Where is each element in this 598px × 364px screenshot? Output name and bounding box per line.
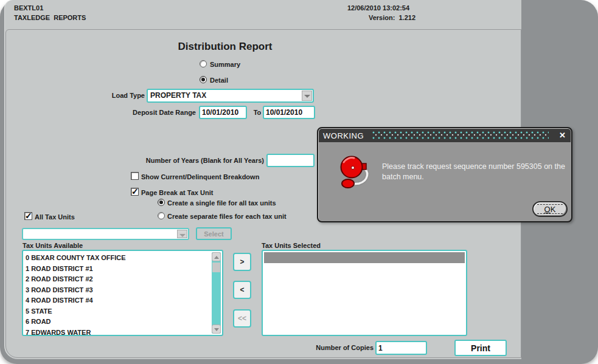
- move-right-button[interactable]: >: [233, 253, 251, 271]
- number-of-years-input[interactable]: [266, 154, 315, 167]
- select-button: Select: [196, 227, 232, 240]
- tax-units-available-list[interactable]: 0 BEXAR COUNTY TAX OFFICE 1 ROAD DISTRIC…: [22, 250, 223, 336]
- tax-unit-combo[interactable]: [22, 228, 189, 240]
- combo-chevron-down-icon: [177, 230, 187, 238]
- move-all-left-button: <<: [233, 309, 251, 328]
- single-file-label: Create a single file for all tax units: [167, 199, 276, 207]
- scroll-up-icon[interactable]: [212, 252, 221, 261]
- ok-button-accel: O: [544, 205, 551, 214]
- list-item[interactable]: 5 STATE: [23, 306, 222, 317]
- single-file-radio[interactable]: [158, 199, 165, 206]
- load-type-value: PROPERTY TAX: [150, 91, 206, 100]
- scrollbar-thumb[interactable]: [212, 263, 220, 272]
- summary-radio-label: Summary: [210, 61, 240, 68]
- ok-button[interactable]: OK: [532, 201, 568, 217]
- selected-list-label: Tax Units Selected: [262, 242, 321, 249]
- detail-radio[interactable]: [200, 76, 207, 83]
- selected-row-highlight[interactable]: [264, 252, 465, 263]
- ok-button-rest: K: [551, 205, 556, 214]
- list-item[interactable]: 7 EDWARDS WATER: [23, 328, 222, 338]
- app-code: BEXTL01: [14, 4, 43, 12]
- list-item[interactable]: 3 ROAD DISTRICT #3: [23, 285, 222, 296]
- scroll-down-icon[interactable]: [212, 325, 221, 334]
- detail-radio-label: Detail: [210, 77, 228, 84]
- version-value: 1.212: [399, 14, 416, 21]
- header-datetime: 12/06/2010 13:02:54: [299, 4, 457, 12]
- deposit-date-range-label: Deposit Date Range: [4, 109, 196, 116]
- list-item[interactable]: 6 ROAD: [23, 317, 222, 328]
- alarm-bell-icon: [338, 154, 371, 190]
- list-item[interactable]: 2 ROAD DISTRICT #2: [23, 274, 222, 285]
- working-dialog-titlebar[interactable]: WORKING ✕: [319, 129, 571, 142]
- deposit-date-from-input[interactable]: [199, 106, 247, 119]
- load-type-dropdown[interactable]: PROPERTY TAX: [147, 89, 314, 103]
- page-break-label: Page Break at Tax Unit: [141, 189, 213, 196]
- close-icon[interactable]: ✕: [559, 131, 566, 140]
- working-dialog: WORKING ✕ Please track request sequence …: [317, 127, 572, 222]
- screen: BEXTL01 TAXLEDGE REPORTS 12/06/2010 13:0…: [0, 0, 598, 364]
- print-button[interactable]: Print: [454, 340, 507, 356]
- version-label: Version:: [369, 14, 395, 21]
- list-item[interactable]: 1 ROAD DISTRICT #1: [23, 264, 222, 275]
- header-version: Version: 1.212: [321, 14, 464, 21]
- list-item[interactable]: 0 BEXAR COUNTY TAX OFFICE: [23, 253, 222, 264]
- all-tax-units-label: All Tax Units: [35, 213, 75, 221]
- working-dialog-title: WORKING: [323, 131, 364, 140]
- show-breakdown-checkbox[interactable]: [131, 172, 139, 180]
- dialog-message: Please track request sequence number 595…: [382, 162, 569, 182]
- chevron-down-icon[interactable]: [302, 91, 312, 101]
- date-to-label: To: [251, 109, 263, 116]
- available-list-scrollbar[interactable]: [212, 252, 221, 334]
- page-title: Distribution Report: [4, 41, 446, 53]
- summary-radio[interactable]: [200, 60, 207, 67]
- tax-units-selected-list[interactable]: [262, 250, 467, 336]
- app-title: TAXLEDGE REPORTS: [14, 14, 86, 21]
- available-list-label: Tax Units Available: [23, 242, 83, 249]
- number-of-years-label: Number of Years (Blank for All Years): [4, 157, 264, 164]
- number-of-copies-input[interactable]: [375, 341, 427, 355]
- separate-files-radio[interactable]: [158, 212, 165, 219]
- deposit-date-to-input[interactable]: [263, 106, 315, 119]
- working-pattern-texture: [372, 131, 549, 140]
- list-item[interactable]: 4 ROAD DISTRICT #4: [23, 295, 222, 306]
- load-type-label: Load Type: [4, 92, 145, 99]
- separate-files-label: Create separate files for each tax unit: [167, 213, 287, 220]
- show-breakdown-label: Show Current/Delinquent Breakdown: [141, 173, 259, 180]
- page-break-checkbox[interactable]: [131, 188, 139, 196]
- move-left-button[interactable]: <: [233, 281, 251, 299]
- all-tax-units-checkbox[interactable]: [24, 212, 32, 220]
- number-of-copies-label: Number of Copies: [187, 344, 374, 351]
